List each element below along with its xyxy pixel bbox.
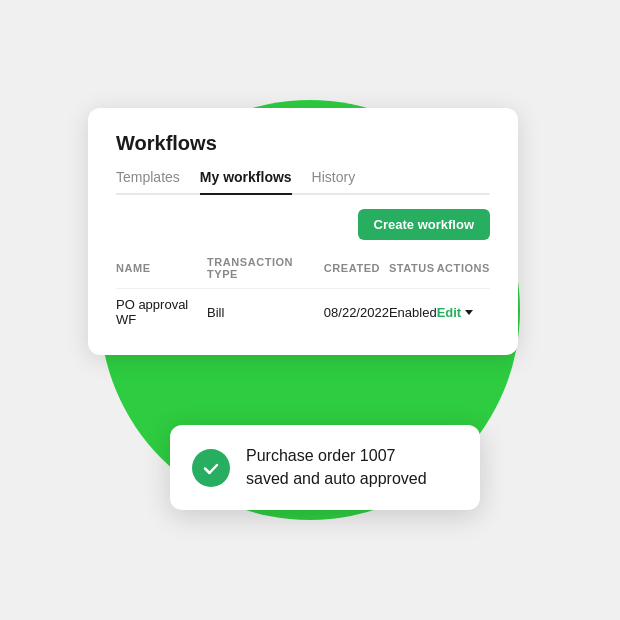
- col-header-name: NAME: [116, 252, 207, 289]
- row-status: Enabled: [389, 289, 437, 336]
- main-card: Workflows Templates My workflows History…: [88, 108, 518, 355]
- row-name: PO approval WF: [116, 289, 207, 336]
- col-header-status: STATUS: [389, 252, 437, 289]
- row-actions: Edit: [437, 289, 490, 336]
- success-icon: [192, 449, 230, 487]
- tab-templates[interactable]: Templates: [116, 169, 180, 195]
- page-title: Workflows: [116, 132, 490, 155]
- col-header-actions: ACTIONS: [437, 252, 490, 289]
- edit-link[interactable]: Edit: [437, 305, 462, 320]
- toast-message: Purchase order 1007saved and auto approv…: [246, 445, 427, 490]
- tab-bar: Templates My workflows History: [116, 169, 490, 195]
- toast-notification: Purchase order 1007saved and auto approv…: [170, 425, 480, 510]
- actions-cell: Edit: [437, 305, 490, 320]
- tab-history[interactable]: History: [312, 169, 356, 195]
- row-transaction-type: Bill: [207, 289, 324, 336]
- col-header-created: CREATED: [324, 252, 389, 289]
- scene: Workflows Templates My workflows History…: [0, 0, 620, 620]
- row-created: 08/22/2022: [324, 289, 389, 336]
- workflows-table: NAME TRANSACTION TYPE CREATED STATUS ACT…: [116, 252, 490, 335]
- tab-my-workflows[interactable]: My workflows: [200, 169, 292, 195]
- create-btn-row: Create workflow: [116, 209, 490, 240]
- col-header-transaction-type: TRANSACTION TYPE: [207, 252, 324, 289]
- chevron-down-icon[interactable]: [465, 310, 473, 315]
- create-workflow-button[interactable]: Create workflow: [358, 209, 490, 240]
- table-row: PO approval WF Bill 08/22/2022 Enabled E…: [116, 289, 490, 336]
